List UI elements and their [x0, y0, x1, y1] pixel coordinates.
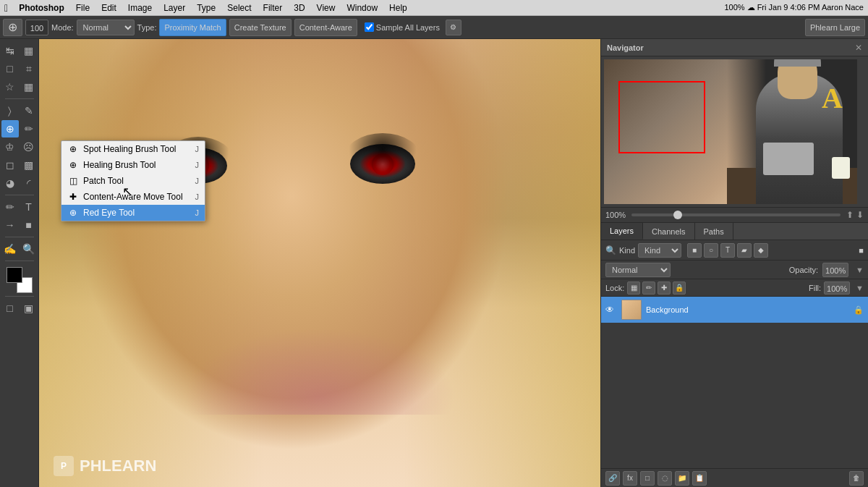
opacity-lock-icon[interactable]: ▼ [856, 266, 864, 274]
layer-visibility-icon[interactable]: 👁 [605, 305, 617, 315]
menu-filter[interactable]: Filter [258, 2, 288, 14]
menu-photoshop[interactable]: Photoshop [14, 2, 69, 14]
brush-tool[interactable]: ✏ [20, 120, 38, 137]
navigator-collapse-icon[interactable]: ⬇ [856, 210, 864, 220]
dodge-tool[interactable]: ◜ [20, 174, 38, 192]
blur-tool[interactable]: ◕ [1, 174, 19, 192]
add-mask-btn[interactable]: □ [640, 471, 655, 486]
dropdown-content-aware-move[interactable]: ✚ Content-Aware Move Tool J [61, 189, 205, 205]
menu-type[interactable]: Type [192, 2, 221, 14]
fill-value[interactable]: 100% [824, 281, 850, 295]
nav-person-hat [774, 59, 821, 67]
menu-layer[interactable]: Layer [158, 2, 190, 14]
navigator-zoom-value: 100% [605, 211, 626, 219]
phlearn-text: PHLEARN [80, 457, 156, 475]
blend-mode-select[interactable]: Normal [605, 263, 671, 277]
opacity-value[interactable]: 100% [822, 263, 848, 277]
phlearn-watermark: P PHLEARN [54, 456, 156, 476]
type-content-aware-btn[interactable]: Content-Aware [294, 19, 357, 36]
nav-person-area: A [727, 59, 857, 204]
artboard-tool[interactable]: ▦ [20, 42, 38, 59]
shape-tool[interactable]: ■ [20, 216, 38, 234]
menu-file[interactable]: File [71, 2, 95, 14]
navigator-controls: 100% ⬆ ⬇ [601, 207, 868, 222]
zoom-tool[interactable]: 🔍 [20, 240, 38, 258]
new-adjustment-btn[interactable]: ◌ [658, 471, 672, 486]
preset-selector[interactable]: Phlearn Large [805, 19, 865, 36]
hair-left [39, 39, 263, 487]
history-brush-tool[interactable]: ☹ [20, 138, 38, 156]
lasso-tool[interactable]: ⌗ [20, 60, 38, 77]
navigator-panel: Navigator ✕ A [601, 39, 868, 223]
lock-position-btn[interactable]: ✚ [658, 281, 671, 295]
lock-image-btn[interactable]: ✏ [642, 281, 655, 295]
sample-all-checkbox[interactable] [365, 22, 374, 32]
nav-mug [832, 157, 850, 179]
navigator-zoom-thumb[interactable] [673, 211, 682, 219]
type-proximity-btn[interactable]: Proximity Match [159, 19, 226, 36]
filter-adjustment-btn[interactable]: ○ [704, 243, 718, 258]
fill-lock-icon[interactable]: ▼ [856, 284, 864, 292]
layers-tabs: Layers Channels Paths [601, 223, 868, 240]
navigator-close-icon[interactable]: ✕ [855, 43, 862, 53]
apple-logo-icon[interactable]:  [4, 2, 8, 14]
crop-tool[interactable]: ▦ [20, 78, 38, 96]
tab-layers[interactable]: Layers [601, 223, 643, 240]
healing-brush-tool[interactable]: ⊕ [1, 120, 19, 137]
marquee-tool[interactable]: □ [1, 60, 19, 77]
menu-window[interactable]: Window [341, 2, 383, 14]
menu-view[interactable]: View [312, 2, 341, 14]
lock-all-btn[interactable]: 🔒 [673, 281, 686, 295]
filter-type-btn[interactable]: T [720, 243, 735, 258]
new-layer-btn[interactable]: 📋 [692, 471, 707, 486]
tab-channels[interactable]: Channels [643, 223, 694, 240]
filter-smart-btn[interactable]: ◆ [754, 243, 768, 258]
eraser-tool[interactable]: ◻ [1, 156, 19, 174]
delete-layer-btn[interactable]: 🗑 [849, 471, 864, 486]
navigator-zoom-slider[interactable] [631, 213, 841, 216]
dropdown-patch[interactable]: ◫ Patch Tool J [61, 173, 205, 189]
patch-shortcut: J [195, 177, 200, 185]
menu-help[interactable]: Help [384, 2, 412, 14]
canvas-area[interactable]: P PHLEARN ⊕ Spot Healing Brush Tool J ⊕ … [39, 39, 600, 487]
dropdown-spot-healing[interactable]: ⊕ Spot Healing Brush Tool J [61, 141, 205, 157]
type-texture-btn[interactable]: Create Texture [229, 19, 292, 36]
move-tool[interactable]: ↹ [1, 42, 19, 59]
menu-edit[interactable]: Edit [96, 2, 122, 14]
screen-mode-tool[interactable]: ▣ [20, 300, 38, 317]
mode-select[interactable]: Normal [77, 20, 135, 35]
brush-settings-icon[interactable]: ⚙ [446, 20, 461, 35]
link-layers-btn[interactable]: 🔗 [605, 471, 620, 486]
filter-kind-select[interactable]: Kind [638, 243, 681, 258]
type-tool[interactable]: T [20, 198, 38, 216]
path-selection-tool[interactable]: → [1, 216, 19, 234]
eyedropper-tool[interactable]: 〉 [1, 102, 19, 119]
foreground-color-swatch[interactable] [7, 267, 22, 283]
navigator-expand-icon[interactable]: ⬆ [846, 210, 854, 220]
tool-separator-3 [5, 237, 34, 237]
quick-mask-tool[interactable]: □ [1, 300, 19, 317]
pen-tool[interactable]: ✏ [1, 198, 19, 216]
tab-paths[interactable]: Paths [695, 223, 733, 240]
layer-effects-btn[interactable]: fx [623, 471, 637, 486]
quick-select-tool[interactable]: ☆ [1, 78, 19, 96]
layer-background[interactable]: 👁 Background 🔒 [601, 297, 868, 323]
color-swatches[interactable] [7, 267, 33, 293]
lock-transparent-btn[interactable]: ▦ [627, 281, 640, 295]
dropdown-healing-brush[interactable]: ⊕ Healing Brush Tool J [61, 157, 205, 173]
gradient-tool[interactable]: ▩ [20, 156, 38, 174]
clone-stamp-tool[interactable]: ♔ [1, 138, 19, 156]
lock-label: Lock: [605, 284, 624, 292]
ruler-tool[interactable]: ✎ [20, 102, 38, 119]
filter-toggle[interactable]: ■ [859, 246, 864, 255]
nav-thumb-image: A [604, 59, 857, 204]
menu-3d[interactable]: 3D [289, 2, 310, 14]
menu-select[interactable]: Select [222, 2, 256, 14]
hand-tool[interactable]: ✍ [1, 240, 19, 258]
dropdown-red-eye[interactable]: ⊕ Red Eye Tool J [61, 205, 205, 221]
filter-shape-btn[interactable]: ▰ [737, 243, 752, 258]
menu-image[interactable]: Image [123, 2, 157, 14]
filter-pixel-btn[interactable]: ■ [687, 243, 702, 258]
tool-brush-icon[interactable]: ⊕ [3, 19, 22, 36]
new-group-btn[interactable]: 📁 [675, 471, 689, 486]
